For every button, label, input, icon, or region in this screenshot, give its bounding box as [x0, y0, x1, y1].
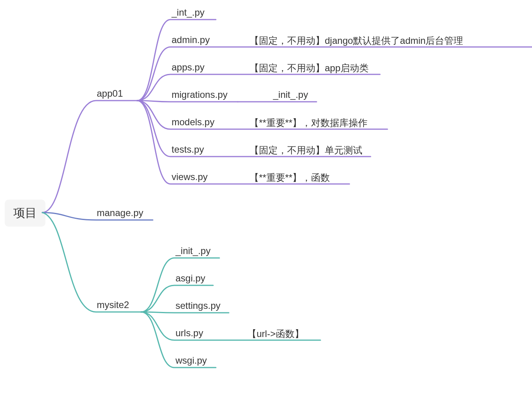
child-apps-label[interactable]: apps.py — [172, 62, 204, 73]
child-models-note: 【**重要**】，对数据库操作 — [250, 117, 367, 129]
child-init-label[interactable]: _init_.py — [176, 245, 210, 256]
child-migrations-note[interactable]: _init_.py — [273, 89, 308, 100]
child-settings-label[interactable]: settings.py — [176, 300, 221, 311]
child-tests-label[interactable]: tests.py — [172, 144, 204, 155]
child-int-label[interactable]: _int_.py — [172, 7, 204, 18]
child-views-label[interactable]: views.py — [172, 171, 208, 182]
child-apps-note: 【固定，不用动】app启动类 — [250, 62, 369, 74]
mindmap-root[interactable]: 项目 — [5, 200, 45, 227]
child-asgi-label[interactable]: asgi.py — [176, 273, 205, 284]
child-admin-label[interactable]: admin.py — [172, 34, 210, 45]
branch-app01-label[interactable]: app01 — [97, 88, 123, 99]
child-migrations-label[interactable]: migrations.py — [172, 89, 228, 100]
child-urls-label[interactable]: urls.py — [176, 328, 203, 339]
child-admin-note: 【固定，不用动】django默认提供了admin后台管理 — [250, 34, 463, 47]
child-urls-note: 【url->函数】 — [247, 328, 304, 340]
branch-manage-label[interactable]: manage.py — [97, 207, 143, 218]
child-tests-note: 【固定，不用动】单元测试 — [250, 144, 362, 157]
branch-mysite2-label[interactable]: mysite2 — [97, 299, 129, 310]
child-views-note: 【**重要**】，函数 — [250, 171, 330, 184]
child-models-label[interactable]: models.py — [172, 117, 214, 128]
child-wsgi-label[interactable]: wsgi.py — [176, 355, 207, 366]
